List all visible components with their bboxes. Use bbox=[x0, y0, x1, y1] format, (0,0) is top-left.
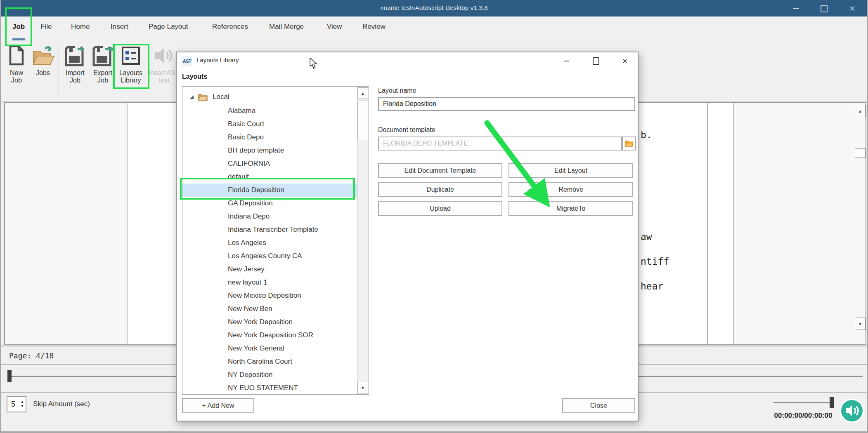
tree-item[interactable]: Los Angeles bbox=[182, 236, 358, 249]
tab-file[interactable]: File bbox=[40, 23, 52, 31]
scroll-up-button[interactable]: ▲ bbox=[855, 105, 866, 117]
audio-play-button[interactable] bbox=[839, 398, 865, 426]
add-new-button[interactable]: + Add New bbox=[182, 398, 254, 413]
app-logo-icon: AST bbox=[182, 56, 192, 66]
transcript-fragment: hear bbox=[641, 281, 663, 292]
scroll-down-icon: ▼ bbox=[858, 322, 862, 326]
tree-scrollbar-thumb[interactable] bbox=[357, 101, 368, 140]
dialog-close-icon: ✕ bbox=[622, 57, 627, 65]
dialog-close-button[interactable]: ✕ bbox=[617, 56, 633, 66]
tree-item[interactable]: Indiana Transcriber Template bbox=[182, 223, 358, 236]
minimize-button[interactable] bbox=[786, 4, 805, 14]
mouse-cursor bbox=[309, 58, 319, 69]
import-job-button[interactable]: Import Job bbox=[60, 44, 90, 84]
layout-name-input[interactable] bbox=[378, 97, 635, 111]
tree-item[interactable]: Los Angeles County CA bbox=[182, 249, 358, 263]
dialog-maximize-button[interactable] bbox=[588, 56, 604, 66]
browse-template-button[interactable] bbox=[622, 136, 636, 151]
document-template-label: Document template bbox=[378, 126, 435, 134]
document-margin-pane bbox=[5, 103, 128, 344]
close-button[interactable]: ✕ bbox=[843, 4, 862, 14]
import-job-icon bbox=[60, 44, 90, 69]
tree-item[interactable]: Alabama bbox=[182, 104, 358, 118]
tree-scroll-down-button[interactable]: ▼ bbox=[357, 382, 368, 393]
import-job-label: Import Job bbox=[60, 69, 90, 84]
new-job-button[interactable]: New Job bbox=[6, 44, 27, 84]
annotation-arrow-migrate-to bbox=[467, 111, 575, 219]
scrollbar-thumb[interactable] bbox=[855, 148, 866, 158]
app-window: «name test»Autoscript Desktop v1.3.8 ✕ J… bbox=[0, 0, 868, 433]
tab-home[interactable]: Home bbox=[71, 23, 90, 31]
tree-item[interactable]: NY Deposition bbox=[182, 368, 358, 381]
tree-item[interactable]: North Carolina Court bbox=[182, 355, 358, 368]
page-edge-divider bbox=[707, 103, 708, 344]
tree-scrollbar: ▲ ▼ bbox=[357, 87, 369, 394]
toolbar-separator bbox=[59, 45, 59, 96]
transcript-fragment: aw bbox=[641, 231, 652, 242]
position-slider-handle[interactable] bbox=[7, 370, 12, 382]
scroll-up-icon: ▲ bbox=[858, 109, 862, 113]
tab-mail-merge[interactable]: Mail Merge bbox=[269, 23, 304, 31]
tree-item[interactable]: NY EUO STATEMENT bbox=[182, 381, 358, 395]
minimize-icon bbox=[793, 8, 799, 9]
annotation-box-florida-deposition bbox=[180, 178, 355, 200]
transcript-fragment: ntiff bbox=[641, 256, 669, 267]
tree-item[interactable]: BH depo template bbox=[182, 144, 358, 157]
expander-icon[interactable] bbox=[190, 95, 194, 99]
tree-item[interactable]: New York Deposition bbox=[182, 315, 358, 329]
layouts-section-label: Layouts bbox=[182, 73, 207, 80]
dialog-minimize-icon bbox=[564, 61, 569, 61]
skip-amount-stepper[interactable]: 5 ▲ ▼ bbox=[7, 396, 26, 412]
new-job-label: New Job bbox=[6, 69, 27, 84]
layout-name-label: Layout name bbox=[378, 87, 416, 94]
scroll-up-icon: ▲ bbox=[361, 91, 365, 96]
tree-item[interactable]: Basic Depo bbox=[182, 131, 358, 144]
tab-insert[interactable]: Insert bbox=[111, 23, 128, 31]
titlebar: «name test»Autoscript Desktop v1.3.8 ✕ bbox=[1, 0, 867, 16]
layouts-library-dialog: AST Layouts Library ✕ Layouts Local Alab… bbox=[176, 52, 639, 421]
volume-slider-track[interactable] bbox=[773, 402, 834, 403]
jobs-icon bbox=[28, 44, 58, 69]
scroll-down-icon: ▼ bbox=[361, 386, 365, 390]
layouts-tree-list: Local Alabama Basic Court Basic Depo BH … bbox=[182, 86, 369, 395]
tree-item[interactable]: New York Desposition SOR bbox=[182, 329, 358, 342]
tree-item[interactable]: new layout 1 bbox=[182, 276, 358, 289]
tree-scroll-up-button[interactable]: ▲ bbox=[357, 87, 368, 99]
tree-item[interactable]: New New Ben bbox=[182, 302, 358, 315]
tree-item[interactable]: Indiana Depo bbox=[182, 210, 358, 223]
jobs-button[interactable]: Jobs bbox=[28, 44, 58, 77]
volume-slider-handle[interactable] bbox=[830, 397, 834, 408]
tab-view[interactable]: View bbox=[327, 23, 342, 31]
page-indicator: Page: 4/18 bbox=[9, 351, 54, 360]
tab-review[interactable]: Review bbox=[362, 23, 386, 31]
dialog-titlebar[interactable]: AST Layouts Library ✕ bbox=[177, 52, 638, 69]
close-dialog-button[interactable]: Close bbox=[562, 398, 635, 413]
tree-item[interactable]: New Mexico Deposition bbox=[182, 289, 358, 302]
maximize-icon bbox=[821, 5, 828, 12]
scroll-down-button[interactable]: ▼ bbox=[855, 318, 866, 330]
spin-down-icon[interactable]: ▼ bbox=[21, 404, 24, 408]
tree-item[interactable]: New Jersey bbox=[182, 263, 358, 276]
tab-page-layout[interactable]: Page Layout bbox=[149, 23, 188, 31]
dialog-title: Layouts Library bbox=[196, 56, 239, 64]
tab-references[interactable]: References bbox=[212, 23, 248, 31]
folder-icon bbox=[198, 93, 208, 101]
tree-item[interactable]: CALIFORNIA bbox=[182, 157, 358, 170]
tree-item[interactable]: New York General bbox=[182, 342, 358, 355]
dialog-minimize-button[interactable] bbox=[558, 56, 575, 66]
playback-time: 00:00:00/00:00:00 bbox=[769, 412, 837, 420]
skip-amount-label: Skip Amount (sec) bbox=[33, 400, 90, 408]
tree-node-local[interactable]: Local bbox=[187, 90, 229, 104]
jobs-label: Jobs bbox=[28, 69, 58, 77]
new-job-icon bbox=[6, 44, 27, 69]
speaker-icon bbox=[839, 398, 865, 424]
maximize-button[interactable] bbox=[814, 4, 833, 14]
side-pane bbox=[734, 103, 866, 344]
transcript-fragment: b. bbox=[641, 129, 652, 140]
browse-folder-icon bbox=[625, 140, 633, 147]
skip-amount-value: 5 bbox=[7, 400, 19, 409]
tree-item[interactable]: Basic Court bbox=[182, 118, 358, 131]
annotation-box-layouts-library bbox=[113, 44, 149, 89]
close-icon: ✕ bbox=[849, 4, 855, 13]
dialog-maximize-icon bbox=[593, 57, 599, 65]
